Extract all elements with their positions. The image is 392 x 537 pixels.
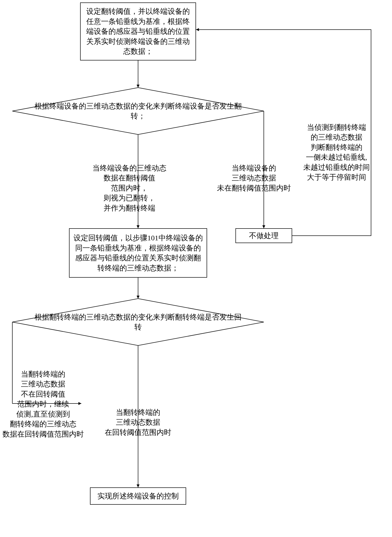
label-return-no: 当翻转终端的 三维动态数据 不在回转阈值 范围内时，继续 侦测,直至侦测到 翻转… <box>0 359 88 439</box>
label-text: 当翻转终端的 三维动态数据 不在回转阈值 范围内时，继续 侦测,直至侦测到 翻转… <box>2 370 84 438</box>
node-text: 实现所述终端设备的控制 <box>97 491 179 501</box>
label-text: 当终端设备的 三维动态数据 未在翻转阈值范围内时 <box>217 164 291 192</box>
label-text: 当翻转终端的 三维动态数据 在回转阈值范围内时 <box>105 408 171 436</box>
node-text: 根据终端设备的三维动态数据的变化来判断终端设备是否发生翻转； <box>32 101 244 121</box>
node-control-terminal: 实现所述终端设备的控制 <box>90 487 186 505</box>
node-text: 设定回转阈值，以步骤101中终端设备的同一条铅垂线为基准，根据终端设备的感应器与… <box>72 233 204 273</box>
label-text: 当终端设备的三维动态 数据在翻转阈值 范围内时， 则视为已翻转， 并作为翻转终端 <box>92 164 166 212</box>
node-set-return-threshold: 设定回转阈值，以步骤101中终端设备的同一条铅垂线为基准，根据终端设备的感应器与… <box>69 228 207 278</box>
label-flip-no: 当终端设备的 三维动态数据 未在翻转阈值范围内时 <box>214 153 293 193</box>
node-text: 根据翻转终端的三维动态数据的变化来判断翻转终端是否发生回转 <box>32 312 244 332</box>
node-check-flip: 根据终端设备的三维动态数据的变化来判断终端设备是否发生翻转； <box>32 97 244 125</box>
label-text: 当侦测到翻转终端 的三维动态数据 判断翻转终端的 一侧未越过铅垂线, 未越过铅垂… <box>303 123 370 181</box>
node-text: 设定翻转阈值，并以终端设备的任意一条铅垂线为基准，根据终端设备的感应器与铅垂线的… <box>83 6 193 57</box>
node-text: 不做处理 <box>249 231 279 241</box>
label-feedback-right: 当侦测到翻转终端 的三维动态数据 判断翻转终端的 一侧未越过铅垂线, 未越过铅垂… <box>295 112 378 182</box>
node-set-flip-threshold: 设定翻转阈值，并以终端设备的任意一条铅垂线为基准，根据终端设备的感应器与铅垂线的… <box>80 2 196 60</box>
node-check-return: 根据翻转终端的三维动态数据的变化来判断翻转终端是否发生回转 <box>32 308 244 336</box>
label-return-yes: 当翻转终端的 三维动态数据 在回转阈值范围内时 <box>94 397 182 437</box>
node-no-action: 不做处理 <box>235 228 292 243</box>
label-flip-yes: 当终端设备的三维动态 数据在翻转阈值 范围内时， 则视为已翻转， 并作为翻转终端 <box>85 153 174 213</box>
